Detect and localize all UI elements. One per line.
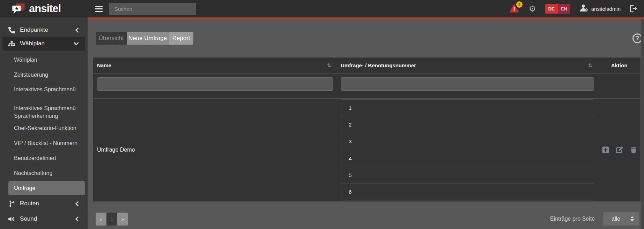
survey-table: Name ⇅ Umfrage- / Benotungsnummer ⇅ Akti… <box>93 58 641 201</box>
tab-report[interactable]: Report <box>169 32 193 45</box>
tab-bar: Übersicht Neue Umfrage Report <box>96 32 193 45</box>
edit-icon[interactable] <box>616 146 623 153</box>
add-icon[interactable] <box>602 146 609 153</box>
pagination-next-button[interactable]: » <box>117 213 128 226</box>
sidebar-subitem-waehlplan[interactable]: Wählplan <box>8 53 85 67</box>
column-header-number: Umfrage- / Benotungsnummer ⇅ <box>337 62 598 69</box>
logo-title: ansitel <box>29 2 61 15</box>
sidebar-item-waehlplan[interactable]: Wählplan <box>2 37 85 51</box>
app-window: ★ ansitel 2 ⚙ DE EN <box>0 0 644 229</box>
chevron-left-icon <box>75 28 79 33</box>
filter-number-input[interactable] <box>341 77 594 91</box>
tab-neue-umfrage[interactable]: Neue Umfrage <box>127 32 169 45</box>
table-row: Umfrage Demo 1 2 3 4 5 6 <box>93 99 641 201</box>
sidebar-subitem-zeitsteuerung[interactable]: Zeitsteuerung <box>8 68 85 82</box>
alert-count-badge: 2 <box>516 1 523 8</box>
user-menu[interactable]: ansiteladmin <box>579 4 621 14</box>
tab-uebersicht[interactable]: Übersicht <box>96 32 127 45</box>
list-item: 3 <box>341 133 594 150</box>
search-input[interactable] <box>109 3 196 15</box>
delete-icon[interactable] <box>630 146 637 153</box>
column-header-action: Aktion <box>598 62 641 68</box>
user-gear-icon <box>579 4 589 14</box>
settings-gear-icon[interactable]: ⚙ <box>529 5 536 13</box>
route-branch-icon <box>7 200 16 207</box>
sitemap-icon <box>7 40 16 47</box>
entries-per-page: Einträge pro Seite alle <box>550 212 639 226</box>
list-item: 1 <box>341 100 594 116</box>
sidebar-item-label: Endpunkte <box>20 26 48 33</box>
row-actions <box>598 99 641 201</box>
list-item: 4 <box>341 150 594 167</box>
sidebar-item-sound[interactable]: Sound <box>2 212 85 226</box>
star-icon: ★ <box>14 6 18 11</box>
logo-icon: ★ <box>12 2 28 15</box>
topbar-actions: 2 ⚙ DE EN <box>509 0 638 17</box>
sidebar-subitem-spracherkennung[interactable]: Interaktives Sprachmenü Spracherkennung <box>8 101 85 123</box>
topbar: ★ ansitel 2 ⚙ DE EN <box>0 0 644 17</box>
lang-de-button[interactable]: DE <box>545 4 558 14</box>
pagination-prev-button[interactable]: « <box>96 213 106 226</box>
scrollbar[interactable] <box>641 19 644 229</box>
chevron-left-icon <box>75 216 79 222</box>
sidebar-subitem-umfrage[interactable]: Umfrage <box>8 181 85 195</box>
warning-icon <box>509 8 519 14</box>
chevron-down-icon <box>74 42 79 46</box>
filter-row <box>93 74 641 99</box>
select-caret-icon <box>630 216 634 221</box>
sidebar-item-routen[interactable]: Routen <box>2 197 85 211</box>
accent-divider <box>88 17 644 19</box>
header-label: Aktion <box>611 62 628 68</box>
sidebar-subitem-chef-sekretaerin[interactable]: Chef-Sekretärin-Funktion <box>8 121 85 135</box>
selected-option-label: alle <box>612 216 620 222</box>
list-item: 2 <box>341 116 594 133</box>
header-label: Umfrage- / Benotungsnummer <box>341 62 416 68</box>
help-icon[interactable]: ? <box>632 33 642 43</box>
alerts-button[interactable]: 2 <box>509 3 520 14</box>
entries-per-page-select[interactable]: alle <box>603 212 639 226</box>
sidebar: Endpunkte Wählplan Wählplan Zeitsteu <box>0 17 88 229</box>
list-item: 5 <box>341 167 594 183</box>
menu-icon[interactable] <box>95 5 103 13</box>
sort-icon[interactable]: ⇅ <box>327 62 331 69</box>
sidebar-item-label: Routen <box>20 200 39 207</box>
column-header-name: Name ⇅ <box>93 62 337 69</box>
sidebar-subitem-benutzerdefiniert[interactable]: Benutzerdefiniert <box>8 151 85 165</box>
sidebar-subitem-nachtschaltung[interactable]: Nachtschaltung <box>8 166 85 180</box>
sidebar-item-label: Wählplan <box>20 40 45 47</box>
sort-icon[interactable]: ⇅ <box>588 62 592 69</box>
phone-icon <box>7 27 16 33</box>
sidebar-subitem-vip-blacklist[interactable]: VIP / Blacklist - Nummern <box>8 136 85 150</box>
logout-icon[interactable] <box>630 5 638 13</box>
chevron-left-icon <box>75 201 79 206</box>
volume-icon <box>7 216 16 222</box>
sidebar-subitem-sprachmenue[interactable]: Interaktives Sprachmenü <box>8 83 85 97</box>
survey-numbers-list: 1 2 3 4 5 6 <box>341 99 594 200</box>
entries-per-page-label: Einträge pro Seite <box>550 216 595 222</box>
pagination: « 1 » <box>96 213 128 226</box>
filter-name-input[interactable] <box>97 77 333 91</box>
pagination-page-1[interactable]: 1 <box>106 213 117 226</box>
sidebar-item-label: Sound <box>20 215 37 222</box>
logo[interactable]: ★ ansitel <box>0 0 88 17</box>
lang-en-button[interactable]: EN <box>558 4 570 14</box>
header-label: Name <box>97 62 111 68</box>
survey-name-cell: Umfrage Demo <box>97 99 135 201</box>
language-switcher: DE EN <box>545 4 570 14</box>
sidebar-separator <box>0 20 88 20</box>
list-item: 6 <box>341 183 594 200</box>
username-label: ansiteladmin <box>591 6 621 12</box>
table-header-row: Name ⇅ Umfrage- / Benotungsnummer ⇅ Akti… <box>93 58 641 74</box>
sidebar-item-endpunkte[interactable]: Endpunkte <box>2 23 85 37</box>
